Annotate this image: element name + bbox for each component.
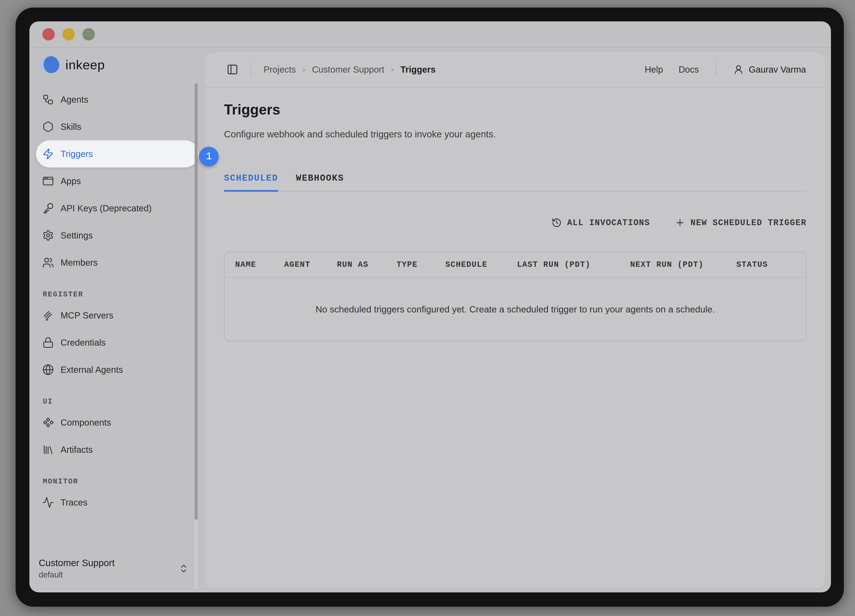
sidebar-item-label: Credentials: [61, 338, 106, 348]
gear-icon: [42, 230, 54, 241]
sidebar-item-artifacts[interactable]: Artifacts: [36, 436, 199, 463]
all-invocations-label: ALL INVOCATIONS: [567, 218, 650, 228]
sidebar-item-label: MCP Servers: [61, 310, 113, 320]
breadcrumb-separator: ›: [303, 65, 305, 74]
sidebar-item-agents[interactable]: Agents: [36, 86, 199, 113]
table-header-row: NAME AGENT RUN AS TYPE SCHEDULE LAST RUN…: [224, 252, 806, 278]
sidebar: inkeep Agents Skills Triggers: [29, 48, 205, 592]
sidebar-toggle-icon[interactable]: [227, 64, 238, 75]
app-window: inkeep Agents Skills Triggers: [15, 8, 844, 607]
triggers-table: NAME AGENT RUN AS TYPE SCHEDULE LAST RUN…: [224, 251, 806, 342]
sidebar-scrollbar-thumb[interactable]: [195, 83, 198, 520]
column-header-schedule: SCHEDULE: [445, 260, 517, 269]
breadcrumb-separator: ›: [391, 65, 394, 74]
column-header-run-as: RUN AS: [337, 260, 397, 269]
mcp-icon: [42, 310, 54, 321]
minimize-window-button[interactable]: [62, 28, 75, 41]
window-chrome: inkeep Agents Skills Triggers: [29, 21, 831, 592]
page-title: Triggers: [224, 101, 806, 118]
tab-scheduled[interactable]: SCHEDULED: [224, 173, 278, 192]
globe-icon: [42, 364, 54, 375]
activity-icon: [42, 496, 54, 508]
plus-icon: [675, 218, 685, 228]
sidebar-item-label: API Keys (Deprecated): [61, 203, 152, 213]
sidebar-item-label: Apps: [61, 176, 81, 186]
column-header-last-run: LAST RUN (PDT): [517, 260, 630, 269]
sidebar-item-api-keys[interactable]: API Keys (Deprecated): [36, 195, 199, 222]
header-divider: [716, 62, 716, 77]
sidebar-item-apps[interactable]: Apps: [36, 167, 199, 195]
sidebar-scrollbar[interactable]: [195, 83, 198, 590]
docs-link[interactable]: Docs: [679, 64, 699, 75]
window-body: inkeep Agents Skills Triggers: [29, 48, 831, 592]
actions-row: ALL INVOCATIONS NEW SCHEDULED TRIGGER: [224, 218, 806, 228]
column-header-agent: AGENT: [284, 260, 337, 269]
user-name: Gaurav Varma: [749, 64, 806, 75]
sidebar-item-label: Agents: [61, 95, 88, 105]
empty-state-message: No scheduled triggers configured yet. Cr…: [224, 278, 806, 341]
column-header-name: NAME: [235, 260, 284, 269]
sidebar-item-members[interactable]: Members: [36, 249, 199, 276]
project-switcher-project: Customer Support: [39, 558, 115, 568]
column-header-status: STATUS: [736, 260, 768, 269]
page-content: Triggers Configure webhook and scheduled…: [205, 87, 825, 588]
sidebar-section-ui: UI: [43, 397, 199, 406]
breadcrumb-current: Triggers: [400, 64, 435, 75]
project-switcher[interactable]: Customer Support default: [36, 558, 199, 579]
sidebar-item-skills[interactable]: Skills: [36, 113, 199, 140]
inkeep-logo-text: inkeep: [66, 57, 105, 72]
breadcrumb: Projects › Customer Support › Triggers: [264, 64, 435, 75]
tab-webhooks[interactable]: WEBHOOKS: [296, 173, 344, 192]
sidebar-item-triggers[interactable]: Triggers: [36, 140, 199, 167]
project-switcher-graph: default: [39, 570, 115, 579]
help-link[interactable]: Help: [645, 64, 663, 75]
annotation-badge: 1: [199, 147, 219, 166]
breadcrumb-projects[interactable]: Projects: [264, 64, 296, 75]
hexagon-icon: [42, 121, 54, 132]
window-titlebar: [29, 21, 831, 48]
sidebar-section-register: REGISTER: [43, 290, 199, 299]
inkeep-logo-icon: [37, 56, 60, 74]
column-header-next-run: NEXT RUN (PDT): [630, 260, 736, 269]
sidebar-item-settings[interactable]: Settings: [36, 222, 199, 249]
lock-icon: [42, 337, 54, 348]
chevrons-up-down-icon: [179, 564, 189, 574]
workflow-icon: [42, 94, 54, 105]
sidebar-item-external-agents[interactable]: External Agents: [36, 356, 199, 383]
sidebar-item-components[interactable]: Components: [36, 409, 199, 436]
new-scheduled-trigger-button[interactable]: NEW SCHEDULED TRIGGER: [675, 218, 806, 228]
page-description: Configure webhook and scheduled triggers…: [224, 128, 806, 140]
sidebar-item-label: Artifacts: [61, 445, 93, 455]
close-window-button[interactable]: [42, 28, 55, 41]
sidebar-item-label: Traces: [61, 498, 87, 507]
zap-icon: [42, 148, 54, 160]
inkeep-logo: inkeep: [37, 56, 199, 74]
new-scheduled-trigger-label: NEW SCHEDULED TRIGGER: [691, 218, 806, 228]
key-icon: [42, 202, 54, 214]
column-header-type: TYPE: [397, 260, 445, 269]
breadcrumb-project-name[interactable]: Customer Support: [312, 64, 384, 75]
app-window-icon: [42, 175, 54, 187]
history-icon: [552, 218, 562, 228]
sidebar-item-label: Settings: [61, 230, 93, 241]
sidebar-item-label: Members: [61, 257, 98, 268]
sidebar-item-label: Triggers: [61, 149, 93, 159]
header-divider: [251, 62, 251, 77]
user-icon: [733, 64, 744, 75]
main-header: Projects › Customer Support › Triggers H…: [205, 52, 825, 87]
main-panel: Projects › Customer Support › Triggers H…: [205, 52, 825, 588]
users-icon: [42, 257, 54, 268]
sidebar-item-credentials[interactable]: Credentials: [36, 329, 199, 356]
all-invocations-button[interactable]: ALL INVOCATIONS: [552, 218, 650, 228]
zoom-window-button[interactable]: [83, 28, 95, 41]
screenshot-stage: inkeep Agents Skills Triggers: [0, 0, 855, 616]
sidebar-item-label: Components: [61, 418, 111, 428]
sidebar-item-label: External Agents: [61, 365, 123, 375]
sidebar-item-mcp-servers[interactable]: MCP Servers: [36, 302, 199, 329]
library-icon: [42, 444, 54, 455]
tab-bar: SCHEDULED WEBHOOKS: [224, 173, 806, 191]
sidebar-section-monitor: MONITOR: [43, 478, 199, 486]
component-icon: [42, 417, 54, 428]
user-menu[interactable]: Gaurav Varma: [733, 64, 806, 75]
sidebar-item-traces[interactable]: Traces: [36, 489, 199, 516]
